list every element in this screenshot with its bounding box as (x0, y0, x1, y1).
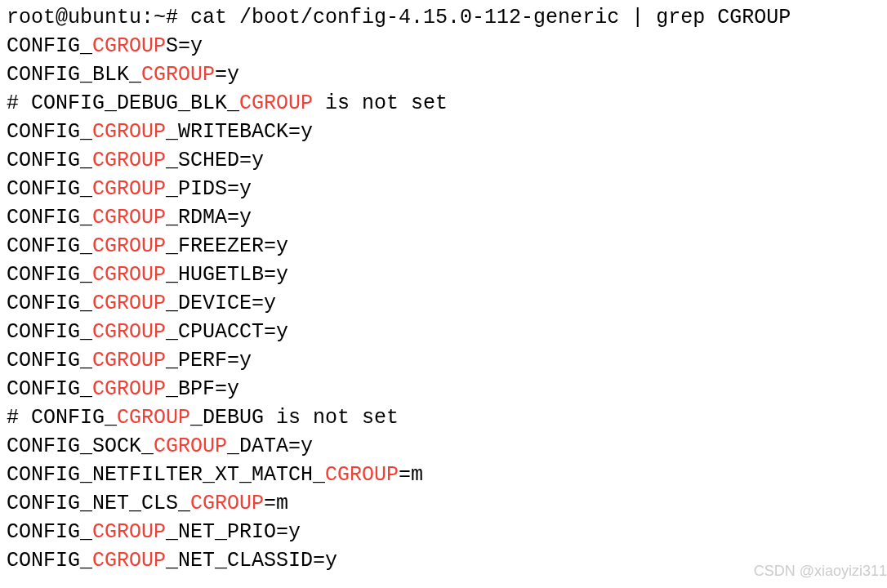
shell-prompt: root@ubuntu:~# (7, 6, 190, 29)
text-segment: CONFIG_SOCK_ (7, 434, 154, 458)
output-line: CONFIG_CGROUP_BPF=y (7, 375, 880, 403)
grep-match: CGROUP (92, 292, 166, 315)
grep-match: CGROUP (92, 377, 166, 401)
text-segment: CONFIG_ (7, 520, 92, 544)
grep-match: CGROUP (92, 206, 166, 229)
grep-match: CGROUP (92, 149, 166, 172)
grep-match: CGROUP (92, 320, 166, 344)
grep-match: CGROUP (141, 63, 215, 87)
output-line: CONFIG_CGROUP_NET_CLASSID=y (7, 546, 880, 575)
output-line: CONFIG_CGROUP_PERF=y (7, 346, 880, 375)
terminal-output: root@ubuntu:~# cat /boot/config-4.15.0-1… (7, 3, 880, 575)
text-segment: CONFIG_ (7, 377, 92, 401)
grep-match: CGROUP (239, 91, 313, 115)
grep-match: CGROUP (154, 434, 227, 458)
grep-match: CGROUP (117, 406, 190, 430)
output-line: CONFIG_CGROUP_NET_PRIO=y (7, 518, 880, 546)
output-line: CONFIG_CGROUP_PIDS=y (7, 175, 880, 203)
output-line: CONFIG_SOCK_CGROUP_DATA=y (7, 432, 880, 461)
output-line: CONFIG_NETFILTER_XT_MATCH_CGROUP=m (7, 461, 880, 489)
output-line: CONFIG_CGROUP_SCHED=y (7, 146, 880, 175)
text-segment: _FREEZER=y (166, 234, 288, 258)
text-segment: CONFIG_ (7, 149, 92, 172)
text-segment: CONFIG_ (7, 234, 92, 258)
text-segment: =m (264, 492, 288, 515)
grep-match: CGROUP (92, 34, 166, 58)
text-segment: _HUGETLB=y (166, 263, 288, 287)
text-segment: =y (215, 63, 239, 87)
text-segment: _CPUACCT=y (166, 320, 288, 344)
text-segment: S=y (166, 34, 203, 58)
text-segment: _NET_PRIO=y (166, 520, 301, 544)
output-line: CONFIG_CGROUP_CPUACCT=y (7, 318, 880, 346)
grep-match: CGROUP (92, 120, 166, 144)
text-segment: _PERF=y (166, 349, 252, 372)
command-text: cat /boot/config-4.15.0-112-generic | gr… (190, 6, 791, 29)
text-segment: _DEBUG is not set (190, 406, 399, 430)
output-line: CONFIG_CGROUP_WRITEBACK=y (7, 118, 880, 146)
command-line: root@ubuntu:~# cat /boot/config-4.15.0-1… (7, 3, 880, 32)
output-line: CONFIG_CGROUP_HUGETLB=y (7, 261, 880, 289)
watermark-text: CSDN @xiaoyizi311 (754, 561, 887, 581)
output-line: CONFIG_CGROUP_RDMA=y (7, 203, 880, 232)
text-segment: # CONFIG_DEBUG_BLK_ (7, 91, 239, 115)
grep-match: CGROUP (190, 492, 264, 515)
text-segment: CONFIG_BLK_ (7, 63, 141, 87)
text-segment: _DATA=y (227, 434, 313, 458)
output-line: CONFIG_CGROUPS=y (7, 32, 880, 60)
text-segment: _SCHED=y (166, 149, 264, 172)
output-line: # CONFIG_DEBUG_BLK_CGROUP is not set (7, 89, 880, 118)
output-line: CONFIG_BLK_CGROUP=y (7, 60, 880, 89)
text-segment: _BPF=y (166, 377, 239, 401)
text-segment: CONFIG_ (7, 349, 92, 372)
text-segment: _NET_CLASSID=y (166, 549, 337, 572)
text-segment: _WRITEBACK=y (166, 120, 313, 144)
grep-match: CGROUP (92, 177, 166, 201)
output-line: CONFIG_CGROUP_FREEZER=y (7, 232, 880, 261)
text-segment: =m (399, 463, 423, 487)
text-segment: CONFIG_NET_CLS_ (7, 492, 190, 515)
output-line: CONFIG_NET_CLS_CGROUP=m (7, 489, 880, 518)
text-segment: CONFIG_ (7, 292, 92, 315)
text-segment: CONFIG_NETFILTER_XT_MATCH_ (7, 463, 325, 487)
text-segment: # CONFIG_ (7, 406, 117, 430)
text-segment: CONFIG_ (7, 320, 92, 344)
grep-match: CGROUP (92, 520, 166, 544)
output-lines: CONFIG_CGROUPS=yCONFIG_BLK_CGROUP=y# CON… (7, 32, 880, 575)
text-segment: CONFIG_ (7, 177, 92, 201)
text-segment: is not set (313, 91, 448, 115)
text-segment: _DEVICE=y (166, 292, 276, 315)
text-segment: _PIDS=y (166, 177, 252, 201)
grep-match: CGROUP (325, 463, 399, 487)
output-line: # CONFIG_CGROUP_DEBUG is not set (7, 403, 880, 432)
grep-match: CGROUP (92, 263, 166, 287)
text-segment: CONFIG_ (7, 120, 92, 144)
text-segment: _RDMA=y (166, 206, 252, 229)
output-line: CONFIG_CGROUP_DEVICE=y (7, 289, 880, 318)
grep-match: CGROUP (92, 549, 166, 572)
text-segment: CONFIG_ (7, 34, 92, 58)
grep-match: CGROUP (92, 234, 166, 258)
grep-match: CGROUP (92, 349, 166, 372)
text-segment: CONFIG_ (7, 549, 92, 572)
text-segment: CONFIG_ (7, 263, 92, 287)
text-segment: CONFIG_ (7, 206, 92, 229)
